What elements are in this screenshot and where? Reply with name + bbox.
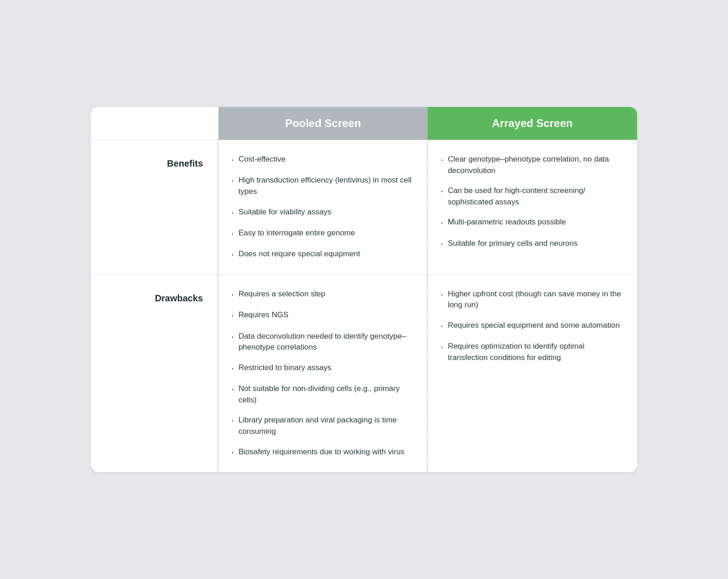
list-item: High transduction efficiency (lentivirus… — [231, 175, 414, 197]
list-item: Suitable for primary cells and neurons — [440, 238, 624, 250]
list-item: Restricted to binary assays — [231, 362, 414, 374]
drawbacks-arrayed-list: Higher upfront cost (though can save mon… — [440, 289, 624, 364]
drawbacks-arrayed-cell: Higher upfront cost (though can save mon… — [428, 275, 637, 472]
list-item: Suitable for viability assays — [231, 207, 414, 218]
list-item: Data deconvolution needed to identify ge… — [231, 331, 414, 353]
benefits-label-cell: Benefits — [91, 140, 218, 274]
table-header: Pooled Screen Arrayed Screen — [91, 107, 637, 140]
benefits-arrayed-cell: Clear genotype–phenotype correlation, no… — [428, 140, 637, 274]
table-body: Benefits Cost-effective High transductio… — [91, 140, 637, 472]
drawbacks-row: Drawbacks Requires a selection step Requ… — [91, 274, 637, 472]
list-item: Higher upfront cost (though can save mon… — [440, 289, 624, 311]
comparison-table: Pooled Screen Arrayed Screen Benefits Co… — [91, 107, 637, 472]
list-item: Library preparation and viral packaging … — [231, 415, 414, 437]
header-empty-cell — [91, 107, 218, 140]
list-item: Biosafety requirements due to working wi… — [231, 447, 414, 458]
list-item: Requires NGS — [231, 310, 414, 321]
list-item: Requires optimization to identify optima… — [440, 341, 624, 363]
drawbacks-label: Drawbacks — [155, 291, 203, 304]
benefits-row: Benefits Cost-effective High transductio… — [91, 140, 637, 274]
drawbacks-pooled-cell: Requires a selection step Requires NGS D… — [218, 275, 428, 472]
list-item: Multi-parametric readouts possible — [440, 217, 624, 229]
list-item: Easy to interrogate entire genome — [231, 228, 414, 239]
list-item: Requires special equipment and some auto… — [440, 320, 624, 332]
list-item: Cost-effective — [231, 154, 414, 166]
benefits-arrayed-list: Clear genotype–phenotype correlation, no… — [440, 154, 624, 250]
list-item: Clear genotype–phenotype correlation, no… — [440, 154, 624, 176]
list-item: Requires a selection step — [231, 289, 414, 300]
list-item: Does not require special equipment — [231, 249, 414, 260]
list-item: Can be used for high-content screening/ … — [440, 185, 624, 208]
drawbacks-label-cell: Drawbacks — [91, 275, 218, 472]
benefits-pooled-list: Cost-effective High transduction efficie… — [231, 154, 414, 261]
header-pooled: Pooled Screen — [218, 107, 428, 140]
benefits-label: Benefits — [167, 157, 203, 169]
benefits-pooled-cell: Cost-effective High transduction efficie… — [218, 140, 428, 274]
drawbacks-pooled-list: Requires a selection step Requires NGS D… — [231, 289, 414, 458]
header-arrayed: Arrayed Screen — [428, 107, 637, 140]
list-item: Not suitable for non-dividing cells (e.g… — [231, 383, 414, 406]
